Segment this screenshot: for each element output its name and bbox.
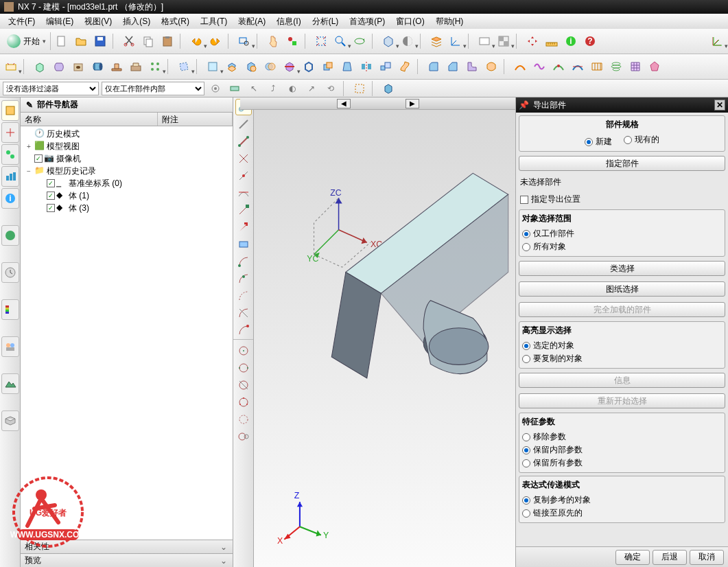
- touch-button[interactable]: [265, 33, 281, 49]
- radio-expr-link[interactable]: 链接至原先的: [522, 507, 722, 520]
- menu-tools[interactable]: 工具(T): [195, 14, 233, 29]
- intersect-button[interactable]: [262, 58, 279, 75]
- tab-reuse[interactable]: [1, 166, 19, 187]
- col-name[interactable]: 名称: [21, 113, 158, 126]
- fit-button[interactable]: [313, 33, 329, 49]
- preview-bar[interactable]: 预览 ⌄: [21, 553, 233, 567]
- cut-button[interactable]: [121, 33, 137, 49]
- menu-insert[interactable]: 插入(S): [117, 14, 156, 29]
- midline-tool[interactable]: [235, 167, 252, 184]
- copy-button[interactable]: [140, 33, 156, 49]
- arrow-tool[interactable]: [235, 219, 252, 235]
- command-finder-button[interactable]: ▾: [236, 33, 253, 49]
- layer-button[interactable]: [428, 33, 445, 49]
- line-tool[interactable]: [235, 116, 252, 132]
- open-button[interactable]: [73, 33, 89, 49]
- subtract-button[interactable]: [243, 58, 259, 75]
- perp-tool[interactable]: [235, 150, 252, 167]
- radio-all-objects[interactable]: 所有对象: [522, 240, 722, 253]
- emboss-button[interactable]: [128, 58, 144, 75]
- highlight-button[interactable]: [380, 80, 397, 97]
- curve2-button[interactable]: [531, 58, 548, 75]
- new-button[interactable]: [54, 33, 70, 49]
- close-icon[interactable]: ✕: [714, 100, 725, 111]
- tab-hd3d[interactable]: i: [1, 188, 19, 209]
- arc5-tool[interactable]: [235, 322, 252, 338]
- thicken-button[interactable]: [483, 58, 500, 75]
- snap1-button[interactable]: ↖: [246, 80, 262, 97]
- snap5-button[interactable]: ⟲: [322, 80, 339, 97]
- wcs-button[interactable]: ▾: [447, 33, 464, 49]
- radio-hl-selected[interactable]: 选定的对象: [522, 339, 722, 352]
- trim-button[interactable]: ▾: [281, 58, 298, 75]
- radio-expr-copy[interactable]: 复制参考的对象: [522, 494, 722, 507]
- snap4-button[interactable]: ↗: [303, 80, 320, 97]
- radio-hl-copy[interactable]: 要复制的对象: [522, 352, 722, 365]
- cancel-button[interactable]: 取消: [690, 550, 724, 565]
- clip-button[interactable]: ▾: [476, 33, 493, 49]
- radio-new[interactable]: 新建: [585, 135, 612, 148]
- tree-item[interactable]: ✓⎯基准坐标系 (0): [22, 177, 231, 189]
- curve4-button[interactable]: [570, 58, 586, 75]
- radio-work-part[interactable]: 仅工作部件: [522, 227, 722, 240]
- mirror-button[interactable]: [358, 58, 375, 75]
- sketch-button[interactable]: ▾: [3, 58, 19, 75]
- tree-item[interactable]: ✓📷摄像机: [22, 152, 231, 165]
- nsided-button[interactable]: [646, 58, 663, 75]
- revolve-button[interactable]: [51, 58, 67, 75]
- save-button[interactable]: [92, 33, 108, 49]
- circle1-tool[interactable]: [235, 343, 252, 359]
- radio-existing[interactable]: 现有的: [624, 133, 659, 146]
- tab-system[interactable]: [1, 299, 19, 320]
- edge-blend-button[interactable]: [425, 58, 442, 75]
- tab-history[interactable]: [1, 262, 19, 283]
- arc1-tool[interactable]: [235, 253, 252, 270]
- datum-plane-button[interactable]: ▾: [176, 58, 192, 75]
- splitter-right-button[interactable]: ▶: [406, 99, 419, 108]
- undo-button[interactable]: ▾: [188, 33, 204, 49]
- zoom-button[interactable]: ▾: [332, 33, 349, 49]
- menu-view[interactable]: 视图(V): [79, 14, 117, 29]
- filter-scope-select[interactable]: 仅在工作部件内部: [102, 82, 204, 95]
- seethru-button[interactable]: ▾: [495, 33, 512, 49]
- snap3-button[interactable]: ◐: [284, 80, 301, 97]
- snap2-button[interactable]: ⤴: [265, 80, 281, 97]
- measure-button[interactable]: [543, 33, 560, 49]
- class-select-button[interactable]: 类选择: [519, 261, 725, 276]
- ruled-button[interactable]: [589, 58, 605, 75]
- arc2-tool[interactable]: [235, 270, 252, 287]
- object-display-button[interactable]: [284, 33, 301, 49]
- menu-prefs[interactable]: 首选项(P): [344, 14, 390, 29]
- menu-info[interactable]: 信息(I): [271, 14, 306, 29]
- shell-button[interactable]: [301, 58, 317, 75]
- circle2-tool[interactable]: [235, 360, 252, 376]
- tree-item[interactable]: ✓◆体 (3): [22, 202, 231, 214]
- tab-render[interactable]: [1, 373, 19, 394]
- through-curves-button[interactable]: [608, 58, 624, 75]
- ok-button[interactable]: 确定: [615, 550, 650, 565]
- tab-browser[interactable]: [1, 225, 19, 246]
- radio-feat-all[interactable]: 保留所有参数: [522, 456, 722, 470]
- move-button[interactable]: [524, 33, 541, 49]
- pad-button[interactable]: [108, 58, 125, 75]
- col-note[interactable]: 附注: [158, 113, 233, 126]
- face-blend-button[interactable]: [464, 58, 480, 75]
- extrude-button[interactable]: [32, 58, 48, 75]
- 3d-viewport[interactable]: YC XC ZC Z Y X: [254, 97, 515, 567]
- back-button[interactable]: 后退: [653, 550, 687, 565]
- endline-tool[interactable]: [235, 202, 252, 218]
- filter-opt1-button[interactable]: [207, 80, 224, 97]
- arc3-tool[interactable]: [235, 288, 252, 304]
- menu-edit[interactable]: 编辑(E): [40, 14, 79, 29]
- scale-button[interactable]: [377, 58, 394, 75]
- circle3-tool[interactable]: [235, 377, 252, 393]
- help-button[interactable]: ?: [582, 33, 598, 49]
- render-style-button[interactable]: ▾: [399, 33, 416, 49]
- offset-button[interactable]: [320, 58, 336, 75]
- circle6-tool[interactable]: [235, 428, 252, 445]
- unite-button[interactable]: [224, 58, 240, 75]
- sweep-button[interactable]: [397, 58, 413, 75]
- start-button[interactable]: 开始 ▾: [3, 32, 51, 50]
- tree-item[interactable]: −📁模型历史记录: [22, 165, 231, 177]
- face-button[interactable]: ▾: [204, 58, 221, 75]
